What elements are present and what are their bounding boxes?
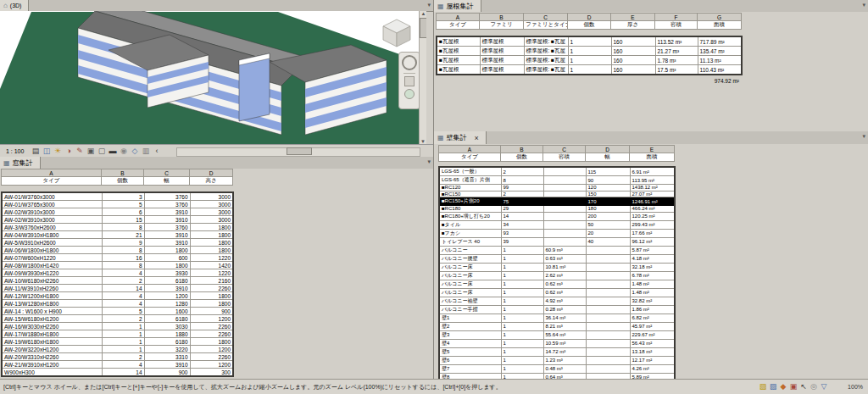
cell[interactable]: 3910	[144, 216, 190, 224]
cell[interactable]: AW-08/W1800xH1420	[2, 262, 102, 269]
cell[interactable]: 120	[586, 185, 630, 191]
cell[interactable]: 壁2	[439, 322, 501, 330]
cell[interactable]	[586, 263, 630, 271]
cell[interactable]: 6180	[144, 277, 190, 285]
cell[interactable]	[543, 191, 586, 197]
cell[interactable]: 1220	[190, 254, 233, 262]
cell[interactable]: W900xH300	[2, 369, 102, 377]
cell[interactable]	[586, 339, 630, 347]
cell[interactable]: 1	[501, 288, 543, 297]
cell[interactable]: 13.18 m²	[630, 347, 675, 356]
table-row[interactable]: AW-11/W3910xH22601439102260	[2, 285, 233, 292]
cell[interactable]: 1420	[190, 262, 233, 269]
cell[interactable]: AW-14 : W1600 x H900	[2, 308, 102, 315]
cell[interactable]: 標準屋根: ■瓦屋	[524, 47, 568, 56]
cell[interactable]: 1438.12 m²	[630, 185, 675, 191]
cell[interactable]: AW-13/W1280xH1800	[2, 300, 102, 308]
cell[interactable]: 170	[586, 197, 630, 206]
column-header[interactable]: 容積	[543, 153, 586, 162]
cell[interactable]: 標準屋根: ■瓦屋	[524, 36, 568, 47]
cell[interactable]: 1	[102, 323, 144, 330]
cell[interactable]: 標準屋根: ■瓦屋	[524, 56, 568, 65]
table-row[interactable]: バルコニー床10.62 m³1.48 m²	[439, 288, 675, 297]
table-row[interactable]: バルコニー床12.62 m³6.78 m²	[439, 271, 675, 280]
cell[interactable]	[543, 220, 586, 229]
table-row[interactable]: AW-01/W3760x3000337603000	[2, 192, 233, 201]
table-row[interactable]: AW-10/W6180xH2260261802160	[2, 277, 233, 285]
cell[interactable]: ■RC150	[439, 191, 501, 197]
table-row[interactable]: 壁5114.72 m³13.18 m²	[439, 347, 675, 356]
cell[interactable]: 1	[102, 338, 144, 346]
cell[interactable]: バルコニー手摺	[439, 305, 501, 314]
pane-menu-icon[interactable]: ▾	[427, 158, 431, 165]
tab-wall-schedule[interactable]: ▦ 壁集計 ×	[434, 131, 487, 144]
cell[interactable]: 1280	[144, 300, 190, 308]
cell[interactable]: 3310	[144, 353, 190, 361]
cell[interactable]: AW-5/W3910xH2600	[2, 239, 102, 247]
cell[interactable]: バルコニー床	[439, 280, 501, 288]
cell[interactable]: 2260	[190, 323, 233, 330]
cell[interactable]: 3220	[144, 346, 190, 353]
cell[interactable]: 14	[501, 212, 543, 220]
cell[interactable]: 1800	[144, 247, 190, 254]
cell[interactable]: ■フカシ	[439, 229, 501, 237]
cell[interactable]: 56.43 m²	[630, 339, 675, 347]
cell[interactable]: 8	[102, 262, 144, 269]
table-row[interactable]: LGS-65（遮音）片側890113.95 m²	[439, 176, 675, 185]
cell[interactable]: 717.89 m²	[698, 36, 742, 47]
cell[interactable]: 4.26 m²	[630, 364, 675, 373]
table-row[interactable]: ■フカシ932017.66 m²	[439, 229, 675, 237]
cell[interactable]: 1	[501, 254, 543, 263]
collapse-bar-icon[interactable]: ‹	[151, 146, 162, 157]
cell[interactable]: 14.72 m³	[543, 347, 586, 356]
cell[interactable]: バルコニー床	[439, 271, 501, 280]
cell[interactable]: 2	[501, 167, 543, 176]
cell[interactable]: 壁6	[439, 356, 501, 364]
column-header[interactable]: E	[611, 14, 655, 21]
cell[interactable]: AW-12/W1200xH1800	[2, 292, 102, 300]
column-header[interactable]: 幅	[586, 153, 630, 162]
cell[interactable]: 600	[144, 254, 190, 262]
cell[interactable]: 5.87 m²	[630, 246, 675, 254]
cell[interactable]: 1	[501, 297, 543, 305]
cell[interactable]: 2	[501, 191, 543, 197]
cell[interactable]: 160	[611, 56, 655, 65]
cell[interactable]: 標準屋根	[480, 65, 524, 75]
3d-model-view[interactable]: ▲ ▼	[0, 11, 426, 144]
cell[interactable]: 21	[102, 231, 144, 239]
cell[interactable]	[586, 305, 630, 314]
cell[interactable]: 10.81 m³	[543, 263, 586, 271]
cell[interactable]: 16	[102, 254, 144, 262]
table-row[interactable]: ■RC150+片側20751701246.91 m²	[439, 197, 675, 206]
cell[interactable]: 1	[501, 305, 543, 314]
cell[interactable]: 2160	[190, 277, 233, 285]
zoom-tool-icon[interactable]	[404, 76, 415, 86]
table-row[interactable]: ■瓦屋根標準屋根標準屋根: ■瓦屋11601.78 m³11.13 m²	[437, 56, 742, 65]
cell[interactable]: 55.64 m³	[543, 330, 586, 339]
cell[interactable]: 2260	[190, 285, 233, 292]
cell[interactable]: 3910	[144, 239, 190, 247]
tab-roof-schedule[interactable]: ▦ 屋根集計	[434, 0, 481, 12]
cell[interactable]: 113.95 m²	[630, 176, 675, 185]
zoom-level-label[interactable]: 100%	[848, 384, 863, 390]
column-header[interactable]: 面積	[698, 21, 742, 30]
cell[interactable]: 1880	[144, 330, 190, 338]
column-header[interactable]: 個数	[568, 21, 611, 30]
cell[interactable]: 180	[586, 206, 630, 213]
scroll-thumb[interactable]	[420, 18, 426, 38]
column-header[interactable]: A	[2, 169, 102, 177]
select-pinned-icon[interactable]: ◆	[778, 382, 788, 391]
table-row[interactable]: トイレブース 40394096.12 m²	[439, 237, 675, 246]
tab-3d-view[interactable]: ⌂ (3D)	[0, 0, 29, 11]
cell[interactable]: AW-04/W3910xH1800	[2, 231, 102, 239]
column-header[interactable]: ファミリ	[480, 21, 524, 30]
cell[interactable]	[543, 167, 586, 176]
table-row[interactable]: AW-17/W1880xH1800118802260	[2, 330, 233, 338]
table-row[interactable]: 壁1136.14 m³6.82 m²	[439, 314, 675, 322]
select-by-face-icon[interactable]: ▣	[788, 382, 798, 391]
cell[interactable]: 1800	[190, 247, 233, 254]
cell[interactable]: 300	[190, 369, 233, 377]
cell[interactable]: 60.9 m³	[543, 246, 586, 254]
cell[interactable]: 115	[586, 167, 630, 176]
cell[interactable]: 0.62 m³	[543, 280, 586, 288]
